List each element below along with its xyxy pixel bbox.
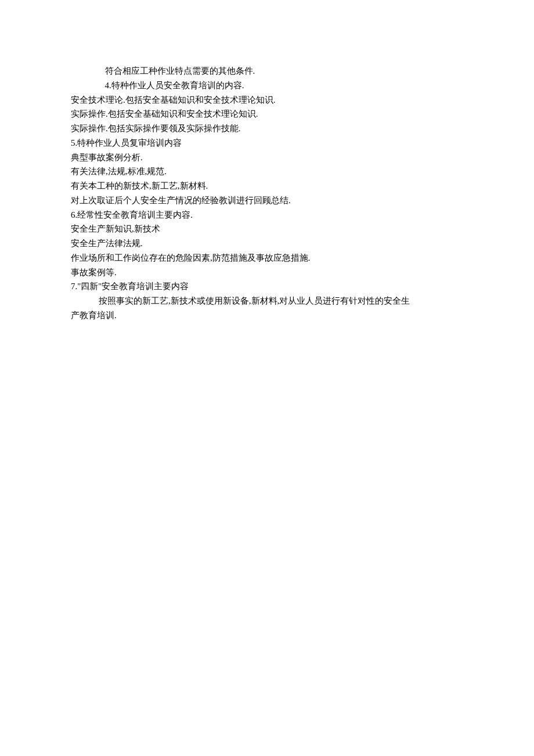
text-line: 作业场所和工作岗位存在的危险因素,防范措施及事故应急措施.	[71, 251, 470, 265]
text-line: 符合相应工种作业特点需要的其他条件.	[71, 64, 470, 78]
text-line: 事故案例等.	[71, 265, 470, 280]
text-line: 4.特种作业人员安全教育培训的内容.	[71, 78, 470, 93]
text-line: 按照事实的新工艺,新技术或使用新设备,新材料,对从业人员进行有针对性的安全生	[71, 294, 470, 308]
document-content: 符合相应工种作业特点需要的其他条件. 4.特种作业人员安全教育培训的内容. 安全…	[71, 64, 470, 323]
text-line: 实际操作.包括安全基础知识和安全技术理论知识.	[71, 107, 470, 121]
text-line: 产教育培训.	[71, 308, 470, 323]
text-line: 5.特种作业人员复审培训内容	[71, 136, 470, 150]
text-line: 有关法律,法规,标准,规范.	[71, 164, 470, 179]
text-line: 6.经常性安全教育培训主要内容.	[71, 208, 470, 222]
text-line: 有关本工种的新技术,新工艺,新材料.	[71, 179, 470, 193]
text-line: 安全技术理论.包括安全基础知识和安全技术理论知识.	[71, 93, 470, 107]
text-line: 对上次取证后个人安全生产情况的经验教训进行回顾总结.	[71, 193, 470, 208]
text-line: 典型事故案例分析.	[71, 150, 470, 165]
text-line: 安全生产新知识,新技术	[71, 222, 470, 236]
text-line: 实际操作.包括实际操作要领及实际操作技能.	[71, 121, 470, 136]
text-line: 安全生产法律法规.	[71, 236, 470, 251]
text-line: 7."四新"安全教育培训主要内容	[71, 279, 470, 294]
